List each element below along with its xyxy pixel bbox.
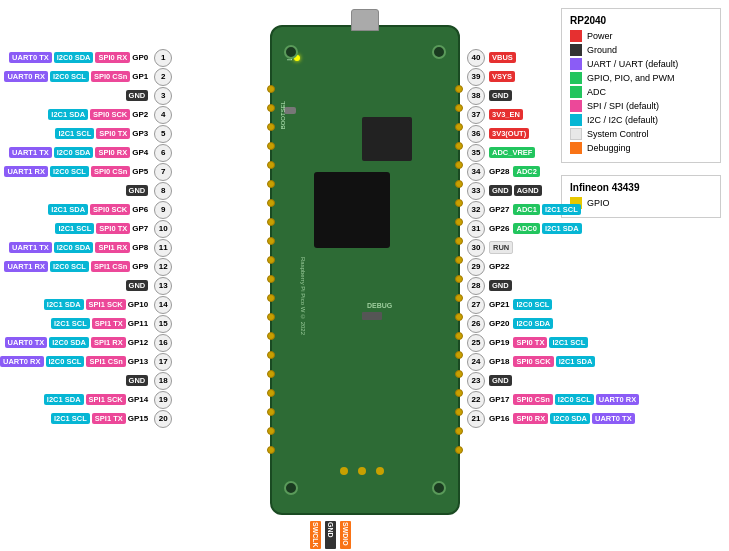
left-pin-row-20: I2C1 SCLSPI1 TXGP1520 xyxy=(0,409,172,428)
pin-label-i2c0_sda: I2C0 SDA xyxy=(54,147,94,158)
pin-label-i2c1_scl: I2C1 SCL xyxy=(55,223,94,234)
pin-number-29: 29 xyxy=(467,258,485,276)
right-pin-row-30: 30RUN xyxy=(465,238,641,257)
pin-number-13: 13 xyxy=(154,277,172,295)
right-pin-row-28: 28GND xyxy=(465,276,641,295)
right-pins-container: 40VBUS39VSYS38GND373V3_EN363V3(OUT)35ADC… xyxy=(465,48,641,428)
pin-label-i2c0_scl: I2C0 SCL xyxy=(50,71,89,82)
left-pin-row-10: I2C1 SCLSPI0 TXGP710 xyxy=(0,219,172,238)
board-pin-right-20 xyxy=(455,446,463,454)
run-label: RUN xyxy=(489,241,513,254)
board-pin-right-7 xyxy=(455,199,463,207)
board-pin-left-15 xyxy=(267,351,275,359)
right-pin-row-37: 373V3_EN xyxy=(465,105,641,124)
board-pin-right-2 xyxy=(455,104,463,112)
gnd-debug-pin xyxy=(358,467,366,475)
pin-label-r-adc2: ADC2 xyxy=(513,166,539,177)
right-pin-row-40: 40VBUS xyxy=(465,48,641,67)
board-pin-left-12 xyxy=(267,294,275,302)
right-pin-row-22: 22GP17SPI0 CSnI2C0 SCLUART0 RX xyxy=(465,390,641,409)
pin-label-i2c1_sda: I2C1 SDA xyxy=(44,394,84,405)
pin-label-i2c1_scl: I2C1 SCL xyxy=(51,413,90,424)
board-pin-left-8 xyxy=(267,218,275,226)
pin-number-16: 16 xyxy=(154,334,172,352)
board-pin-left-16 xyxy=(267,370,275,378)
gpio-name-r-GP26: GP26 xyxy=(489,224,509,233)
right-pin-row-23: 23GND xyxy=(465,371,641,390)
gpio-name-GP5: GP5 xyxy=(132,167,148,176)
pin-number-36: 36 xyxy=(467,125,485,143)
pin-number-12: 12 xyxy=(154,258,172,276)
board-pin-left-5 xyxy=(267,161,275,169)
left-pin-row-8: GND8 xyxy=(0,181,172,200)
pin-number-11: 11 xyxy=(154,239,172,257)
pin-number-20: 20 xyxy=(154,410,172,428)
gpio-name-GP8: GP8 xyxy=(132,243,148,252)
gpio-name-GP3: GP3 xyxy=(132,129,148,138)
gpio-power-VSYS: VSYS xyxy=(489,71,515,82)
hole-bl xyxy=(284,481,298,495)
pin-label-r-i2c0_sda: I2C0 SDA xyxy=(513,318,553,329)
left-pin-row-6: UART1 TXI2C0 SDASPI0 RXGP46 xyxy=(0,143,172,162)
pin-label-r-spi0_tx: SPI0 TX xyxy=(513,337,547,348)
infineon-chip xyxy=(362,117,412,161)
right-pin-row-36: 363V3(OUT) xyxy=(465,124,641,143)
pin-label-uart1_tx: UART1 TX xyxy=(9,147,52,158)
board-pin-right-17 xyxy=(455,389,463,397)
pin-label-spi0_tx: SPI0 TX xyxy=(96,128,130,139)
board-pin-right-1 xyxy=(455,85,463,93)
left-pin-row-4: I2C1 SDASPI0 SCKGP24 xyxy=(0,105,172,124)
right-pin-row-38: 38GND xyxy=(465,86,641,105)
left-pin-row-1: UART0 TXI2C0 SDASPI0 RXGP01 xyxy=(0,48,172,67)
pin-number-10: 10 xyxy=(154,220,172,238)
gpio-name-GP2: GP2 xyxy=(132,110,148,119)
legend-item-power: Power xyxy=(570,30,712,42)
left-pin-row-15: I2C1 SCLSPI1 TXGP1115 xyxy=(0,314,172,333)
gpio-name-r-GP19: GP19 xyxy=(489,338,509,347)
gpio-name-GP13: GP13 xyxy=(128,357,148,366)
board-pin-left-10 xyxy=(267,256,275,264)
hole-br xyxy=(432,481,446,495)
gpio-power-3V3_EN: 3V3_EN xyxy=(489,109,523,120)
pin-number-30: 30 xyxy=(467,239,485,257)
board-pin-left-4 xyxy=(267,142,275,150)
pin-number-21: 21 xyxy=(467,410,485,428)
pin-label-uart1_tx: UART1 TX xyxy=(9,242,52,253)
left-pin-row-16: UART0 TXI2C0 SDASPI1 RXGP1216 xyxy=(0,333,172,352)
pin-label-spi1_csn: SPI1 CSn xyxy=(91,261,130,272)
gpio-name-GP9: GP9 xyxy=(132,262,148,271)
pin-number-8: 8 xyxy=(154,182,172,200)
board-pin-right-11 xyxy=(455,275,463,283)
pin-number-9: 9 xyxy=(154,201,172,219)
pin-number-26: 26 xyxy=(467,315,485,333)
pin-label-r-uart0_tx: UART0 TX xyxy=(592,413,635,424)
pin-number-25: 25 xyxy=(467,334,485,352)
gnd-label-r-28: GND xyxy=(489,280,512,291)
pin-label-spi1_rx: SPI1 RX xyxy=(91,337,126,348)
pin-number-3: 3 xyxy=(154,87,172,105)
pin-label-spi1_rx: SPI1 RX xyxy=(95,242,130,253)
pin-number-32: 32 xyxy=(467,201,485,219)
usb-connector xyxy=(351,9,379,31)
main-container: RP2040 Power Ground UART / UART (default… xyxy=(0,0,729,551)
right-pin-row-34: 34GP28ADC2 xyxy=(465,162,641,181)
pin-label-uart0_rx: UART0 RX xyxy=(0,356,44,367)
pin-label-r-i2c1_scl: I2C1 SCL xyxy=(549,337,588,348)
pin-label-i2c1_sda: I2C1 SDA xyxy=(44,299,84,310)
board-pin-left-17 xyxy=(267,389,275,397)
pin-label-spi0_csn: SPI0 CSn xyxy=(91,71,130,82)
gnd-label-r-33: GND xyxy=(489,185,512,196)
pin-label-i2c1_scl: I2C1 SCL xyxy=(55,128,94,139)
pin-number-7: 7 xyxy=(154,163,172,181)
board-pin-left-14 xyxy=(267,332,275,340)
left-pin-row-17: UART0 RXI2C0 SCLSPI1 CSnGP1317 xyxy=(0,352,172,371)
pin-number-37: 37 xyxy=(467,106,485,124)
gpio-name-r-GP28: GP28 xyxy=(489,167,509,176)
right-pin-row-33: 33GNDAGND xyxy=(465,181,641,200)
left-pin-row-11: UART1 TXI2C0 SDASPI1 RXGP811 xyxy=(0,238,172,257)
right-pin-row-29: 29GP22 xyxy=(465,257,641,276)
left-pin-row-7: UART1 RXI2C0 SCLSPI0 CSnGP57 xyxy=(0,162,172,181)
board-pin-right-12 xyxy=(455,294,463,302)
pin-number-35: 35 xyxy=(467,144,485,162)
board-pin-left-3 xyxy=(267,123,275,131)
